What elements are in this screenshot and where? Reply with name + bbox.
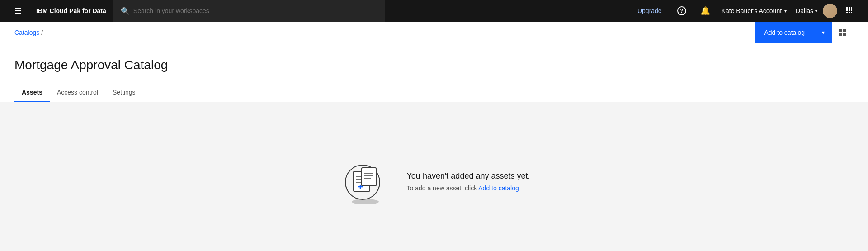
- location-button[interactable]: Dallas ▾: [792, 0, 821, 22]
- search-bar: 🔍: [113, 0, 385, 22]
- account-label: Kate Bauer's Account: [722, 7, 782, 14]
- avatar-image: [823, 4, 837, 18]
- help-icon: ?: [677, 6, 686, 15]
- empty-state-text: You haven't added any assets yet. To add…: [407, 171, 530, 192]
- svg-rect-10: [843, 29, 846, 32]
- svg-rect-12: [843, 33, 846, 36]
- empty-state-subtitle-before: To add a new asset, click: [407, 185, 479, 192]
- view-toggle-button[interactable]: [832, 22, 854, 43]
- help-button[interactable]: ?: [671, 0, 693, 22]
- add-to-catalog-button[interactable]: Add to catalog: [755, 22, 814, 43]
- svg-rect-4: [849, 9, 850, 11]
- svg-rect-7: [849, 12, 850, 13]
- svg-rect-3: [846, 9, 848, 11]
- svg-rect-1: [849, 7, 850, 9]
- add-to-catalog-dropdown-button[interactable]: ▾: [814, 22, 832, 43]
- svg-rect-5: [851, 9, 852, 11]
- tab-settings[interactable]: Settings: [105, 83, 143, 102]
- empty-state-illustration: [338, 154, 392, 208]
- svg-rect-8: [851, 12, 852, 13]
- upgrade-button[interactable]: Upgrade: [630, 7, 669, 14]
- empty-state-subtitle: To add a new asset, click Add to catalog: [407, 185, 530, 192]
- top-navigation: ☰ IBM Cloud Pak for Data 🔍 Upgrade ? 🔔 K…: [0, 0, 868, 22]
- chevron-down-icon: ▾: [815, 9, 817, 14]
- page-title: Mortgage Approval Catalog: [14, 58, 854, 72]
- svg-point-13: [352, 199, 379, 204]
- hamburger-icon: ☰: [14, 6, 22, 16]
- grid-icon: [845, 6, 854, 15]
- svg-rect-6: [846, 12, 848, 13]
- chevron-down-icon: ▾: [822, 29, 825, 36]
- assets-empty-icon: [338, 154, 392, 208]
- breadcrumb-bar: Catalogs / Add to catalog ▾: [0, 22, 868, 43]
- tab-assets[interactable]: Assets: [14, 83, 50, 102]
- svg-rect-21: [362, 168, 376, 186]
- empty-state-content: You haven't added any assets yet. To add…: [338, 154, 530, 208]
- breadcrumb-actions: Add to catalog ▾: [755, 22, 854, 43]
- svg-rect-11: [839, 33, 842, 36]
- breadcrumb: Catalogs /: [14, 29, 43, 36]
- notifications-button[interactable]: 🔔: [694, 0, 716, 22]
- svg-rect-2: [851, 7, 852, 9]
- empty-state-title: You haven't added any assets yet.: [407, 171, 530, 181]
- hamburger-menu-button[interactable]: ☰: [7, 0, 29, 22]
- account-button[interactable]: Kate Bauer's Account ▾: [718, 0, 790, 22]
- search-input[interactable]: [133, 7, 377, 14]
- tabs: Assets Access control Settings: [14, 83, 854, 102]
- search-icon: 🔍: [121, 7, 130, 15]
- bell-icon: 🔔: [700, 6, 710, 16]
- svg-rect-0: [846, 7, 848, 9]
- breadcrumb-catalogs-link[interactable]: Catalogs: [14, 29, 39, 36]
- location-label: Dallas: [796, 7, 813, 14]
- chevron-down-icon: ▾: [784, 9, 787, 14]
- svg-rect-9: [839, 29, 842, 32]
- empty-state-add-to-catalog-link[interactable]: Add to catalog: [478, 185, 519, 192]
- empty-state: You haven't added any assets yet. To add…: [0, 102, 868, 251]
- app-title: IBM Cloud Pak for Data: [36, 7, 106, 14]
- tab-access-control[interactable]: Access control: [50, 83, 105, 102]
- breadcrumb-separator: /: [41, 29, 43, 36]
- apps-grid-button[interactable]: [839, 0, 861, 22]
- view-grid-icon: [838, 28, 847, 37]
- avatar[interactable]: [823, 4, 837, 18]
- page-content: Mortgage Approval Catalog Assets Access …: [0, 43, 868, 102]
